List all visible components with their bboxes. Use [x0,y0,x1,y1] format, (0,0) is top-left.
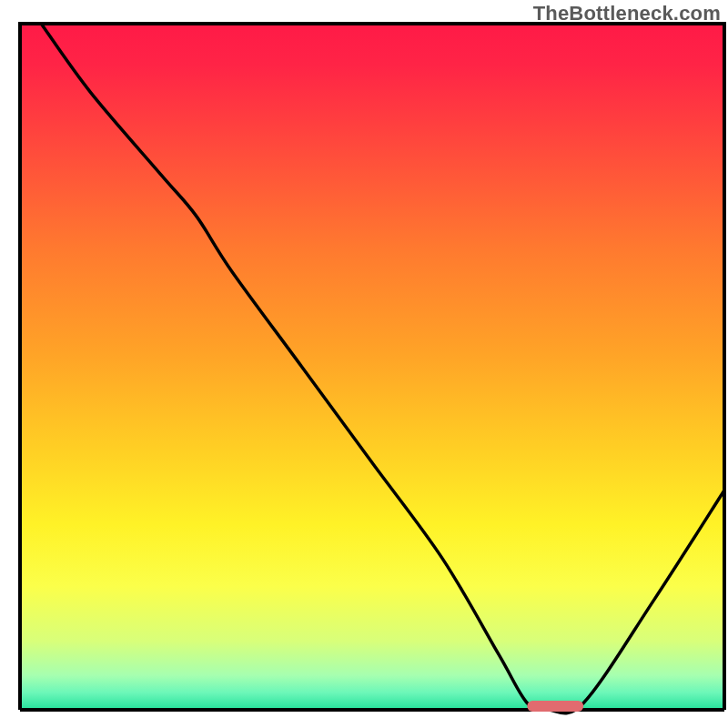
chart-container: TheBottleneck.com [0,0,728,728]
watermark-text: TheBottleneck.com [533,2,721,25]
bottleneck-chart [0,0,728,728]
optimal-zone-marker [527,701,583,712]
plot-background [20,24,724,710]
